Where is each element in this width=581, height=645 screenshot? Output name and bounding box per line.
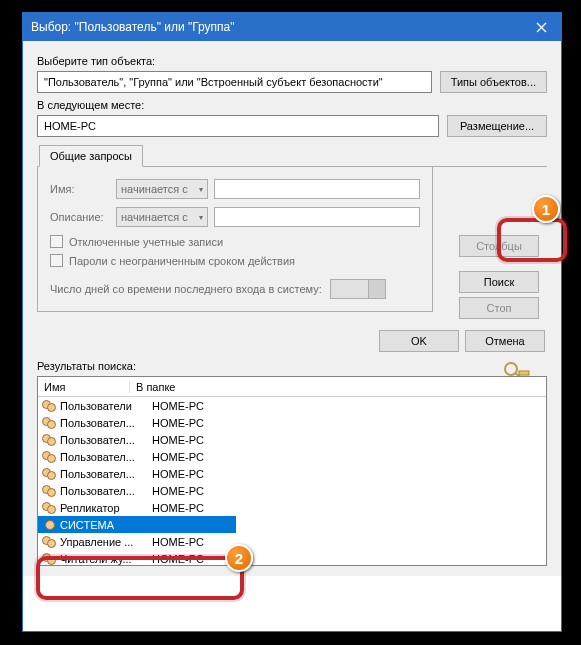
group-icon [42, 399, 58, 413]
result-name: Пользовател... [60, 417, 148, 429]
table-row[interactable]: Пользовател...HOME-PC [38, 482, 546, 499]
result-name: СИСТЕМА [60, 519, 148, 531]
group-icon [42, 467, 58, 481]
result-name: Пользовател... [60, 485, 148, 497]
desc-filter-label: Описание: [50, 211, 110, 223]
disabled-accounts-label: Отключенные учетные записи [69, 236, 223, 248]
result-name: Пользовател... [60, 468, 148, 480]
result-name: Пользовател... [60, 451, 148, 463]
stop-button[interactable]: Стоп [459, 297, 539, 319]
group-icon [42, 552, 58, 566]
close-button[interactable] [521, 13, 561, 41]
name-match-select[interactable]: начинается с ▾ [116, 179, 208, 199]
name-filter-input[interactable] [214, 179, 420, 199]
window-title: Выбор: "Пользователь" или "Группа" [31, 20, 521, 34]
days-since-label: Число дней со времени последнего входа в… [50, 283, 322, 295]
disabled-accounts-checkbox[interactable] [50, 235, 63, 248]
table-row[interactable]: СИСТЕМА [38, 516, 236, 533]
col-folder[interactable]: В папке [130, 381, 546, 393]
result-folder: HOME-PC [148, 417, 204, 429]
result-folder: HOME-PC [148, 400, 204, 412]
result-folder: HOME-PC [148, 468, 204, 480]
name-filter-label: Имя: [50, 183, 110, 195]
col-name[interactable]: Имя [38, 381, 130, 393]
result-folder: HOME-PC [148, 553, 204, 565]
table-row[interactable]: Пользовател...HOME-PC [38, 431, 546, 448]
table-row[interactable]: Читатели жу...HOME-PC [38, 550, 546, 566]
table-row[interactable]: Пользовател...HOME-PC [38, 465, 546, 482]
titlebar: Выбор: "Пользователь" или "Группа" [23, 13, 561, 41]
table-row[interactable]: Пользовател...HOME-PC [38, 448, 546, 465]
group-icon [42, 416, 58, 430]
cancel-button[interactable]: Отмена [465, 330, 545, 352]
annotation-badge-2: 2 [225, 544, 253, 572]
never-expire-checkbox[interactable] [50, 254, 63, 267]
group-icon [42, 484, 58, 498]
result-name: Репликатор [60, 502, 148, 514]
ok-button[interactable]: OK [379, 330, 459, 352]
locations-button[interactable]: Размещение... [447, 115, 547, 137]
result-folder: HOME-PC [148, 485, 204, 497]
search-button[interactable]: Поиск [459, 271, 539, 293]
table-row[interactable]: Управление ...HOME-PC [38, 533, 546, 550]
group-icon [42, 450, 58, 464]
days-since-input[interactable] [330, 279, 386, 299]
chevron-down-icon: ▾ [199, 213, 203, 222]
tab-body: Имя: начинается с ▾ Описание: начинается… [37, 167, 433, 312]
location-field: HOME-PC [37, 115, 439, 137]
close-icon [536, 22, 547, 33]
result-name: Управление ... [60, 536, 148, 548]
tab-common-queries[interactable]: Общие запросы [39, 145, 143, 167]
results-header: Имя В папке [38, 377, 546, 397]
dialog-window: Выбор: "Пользователь" или "Группа" Выбер… [22, 12, 562, 632]
result-name: Пользовател... [60, 434, 148, 446]
result-folder: HOME-PC [148, 536, 204, 548]
object-type-field: "Пользователь", "Группа" или "Встроенный… [37, 71, 432, 93]
results-label: Результаты поиска: [37, 360, 547, 376]
result-name: Читатели жу... [60, 553, 148, 565]
group-icon [42, 535, 58, 549]
desc-filter-input[interactable] [214, 207, 420, 227]
table-row[interactable]: РепликаторHOME-PC [38, 499, 546, 516]
location-label: В следующем месте: [37, 99, 547, 111]
result-folder: HOME-PC [148, 502, 204, 514]
annotation-badge-1: 1 [532, 195, 560, 223]
dialog-body: Выберите тип объекта: "Пользователь", "Г… [23, 41, 561, 576]
group-icon [42, 501, 58, 515]
desc-match-select[interactable]: начинается с ▾ [116, 207, 208, 227]
columns-button[interactable]: Столбцы [459, 235, 539, 257]
never-expire-label: Пароли с неограниченным сроком действия [69, 255, 295, 267]
object-types-button[interactable]: Типы объектов... [440, 71, 547, 93]
results-list[interactable]: Имя В папке ПользователиHOME-PCПользоват… [37, 376, 547, 566]
result-name: Пользователи [60, 400, 148, 412]
group-icon [42, 433, 58, 447]
table-row[interactable]: ПользователиHOME-PC [38, 397, 546, 414]
result-folder: HOME-PC [148, 434, 204, 446]
svg-rect-4 [519, 371, 529, 375]
chevron-down-icon: ▾ [199, 185, 203, 194]
user-icon [42, 518, 58, 532]
tab-strip: Общие запросы [37, 145, 547, 167]
result-folder: HOME-PC [148, 451, 204, 463]
right-button-column: Столбцы Поиск Стоп [459, 235, 549, 319]
table-row[interactable]: Пользовател...HOME-PC [38, 414, 546, 431]
object-type-label: Выберите тип объекта: [37, 55, 547, 67]
